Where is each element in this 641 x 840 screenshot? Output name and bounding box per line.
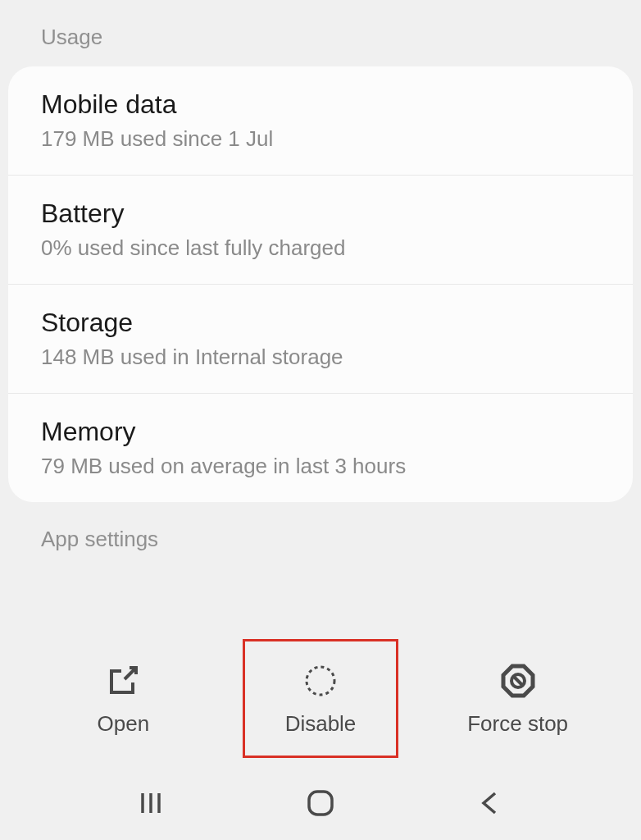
force-stop-icon: [498, 660, 539, 701]
home-button[interactable]: [296, 783, 345, 824]
home-icon: [302, 785, 339, 821]
open-icon: [102, 660, 143, 701]
disable-label: Disable: [285, 711, 357, 737]
battery-item[interactable]: Battery 0% used since last fully charged: [8, 176, 633, 285]
svg-line-2: [513, 676, 523, 686]
mobile-data-subtitle: 179 MB used since 1 Jul: [41, 126, 600, 152]
storage-title: Storage: [41, 308, 600, 338]
force-stop-label: Force stop: [467, 711, 568, 737]
open-button[interactable]: Open: [45, 639, 201, 758]
recents-icon: [134, 787, 167, 819]
action-bar: Open Disable Force stop: [0, 639, 641, 758]
back-button[interactable]: [466, 783, 515, 824]
memory-item[interactable]: Memory 79 MB used on average in last 3 h…: [8, 394, 633, 502]
force-stop-button[interactable]: Force stop: [440, 639, 596, 758]
open-label: Open: [98, 711, 150, 737]
svg-rect-6: [309, 792, 332, 815]
memory-subtitle: 79 MB used on average in last 3 hours: [41, 454, 600, 479]
recents-button[interactable]: [126, 783, 175, 824]
app-settings-header: App settings: [0, 502, 641, 552]
storage-item[interactable]: Storage 148 MB used in Internal storage: [8, 285, 633, 394]
disable-button[interactable]: Disable: [243, 639, 398, 758]
battery-title: Battery: [41, 199, 600, 229]
navigation-bar: [0, 783, 641, 824]
memory-title: Memory: [41, 417, 600, 447]
svg-point-0: [307, 667, 334, 695]
disable-icon: [300, 660, 341, 701]
mobile-data-title: Mobile data: [41, 89, 600, 120]
storage-subtitle: 148 MB used in Internal storage: [41, 345, 600, 370]
back-icon: [474, 787, 507, 819]
mobile-data-item[interactable]: Mobile data 179 MB used since 1 Jul: [8, 66, 633, 176]
battery-subtitle: 0% used since last fully charged: [41, 235, 600, 261]
usage-card: Mobile data 179 MB used since 1 Jul Batt…: [8, 66, 633, 502]
usage-section-header: Usage: [0, 0, 641, 66]
